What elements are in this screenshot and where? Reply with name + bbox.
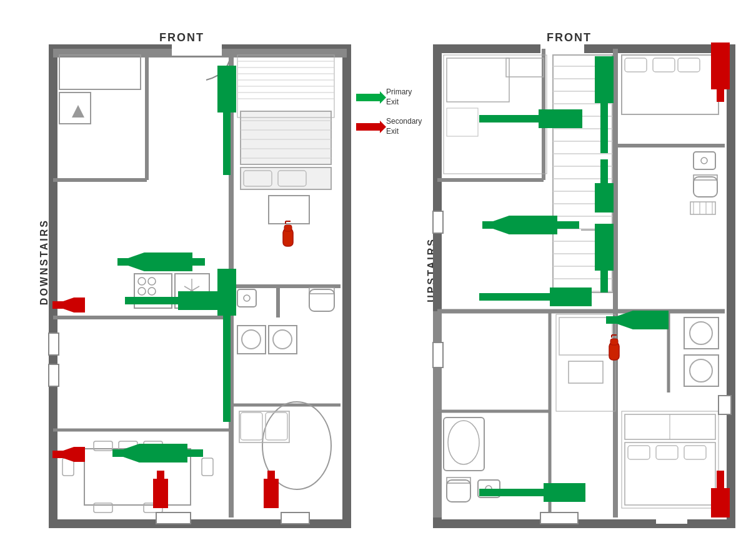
green-arrow-left-1	[111, 252, 208, 271]
svg-rect-162	[610, 339, 618, 345]
svg-rect-39	[284, 225, 292, 231]
red-arrow-down-2	[264, 468, 279, 508]
svg-rect-169	[656, 512, 687, 524]
green-arrow-right-up-2	[476, 288, 592, 306]
green-arrow-left-2	[106, 444, 206, 462]
svg-rect-168	[719, 396, 731, 414]
svg-rect-28	[241, 111, 331, 164]
legend-green-arrow	[356, 94, 381, 101]
green-arrow-right-up-1	[476, 109, 582, 128]
legend-red-arrow	[356, 123, 381, 131]
red-arrow-up-upstairs	[711, 42, 730, 105]
green-arrow-right-up-3	[476, 483, 585, 502]
green-arrow-right-1	[122, 291, 222, 310]
red-arrow-down-1	[153, 468, 168, 508]
svg-rect-64	[156, 512, 191, 524]
svg-rect-166	[433, 342, 443, 368]
svg-rect-2	[172, 44, 222, 56]
floor-plan-container: FRONT FRONT DOWNSTAIRS UPSTAIRS PrimaryE…	[0, 0, 751, 560]
legend-primary: PrimaryExit	[356, 88, 422, 107]
green-arrow-up-upstairs	[595, 56, 614, 156]
svg-rect-62	[49, 333, 59, 355]
green-arrow-left-up-1	[476, 216, 582, 234]
red-arrow-left-1	[47, 298, 85, 312]
svg-rect-65	[281, 512, 309, 524]
green-arrow-up-2	[217, 269, 236, 425]
red-arrow-left-2	[47, 447, 85, 462]
legend-secondary: SecondaryExit	[356, 117, 422, 136]
svg-rect-167	[540, 512, 578, 524]
green-arrow-up-1	[217, 66, 236, 178]
svg-rect-89	[540, 44, 584, 56]
green-arrow-left-up-2	[600, 311, 669, 329]
legend: PrimaryExit SecondaryExit	[356, 88, 422, 146]
green-arrow-up-upstairs-2	[595, 224, 614, 296]
green-arrow-down-upstairs	[595, 156, 614, 212]
legend-primary-label: PrimaryExit	[386, 88, 412, 107]
svg-rect-63	[49, 364, 59, 386]
red-arrow-down-upstairs	[711, 468, 730, 518]
legend-secondary-label: SecondaryExit	[386, 117, 422, 136]
svg-rect-165	[433, 211, 443, 233]
